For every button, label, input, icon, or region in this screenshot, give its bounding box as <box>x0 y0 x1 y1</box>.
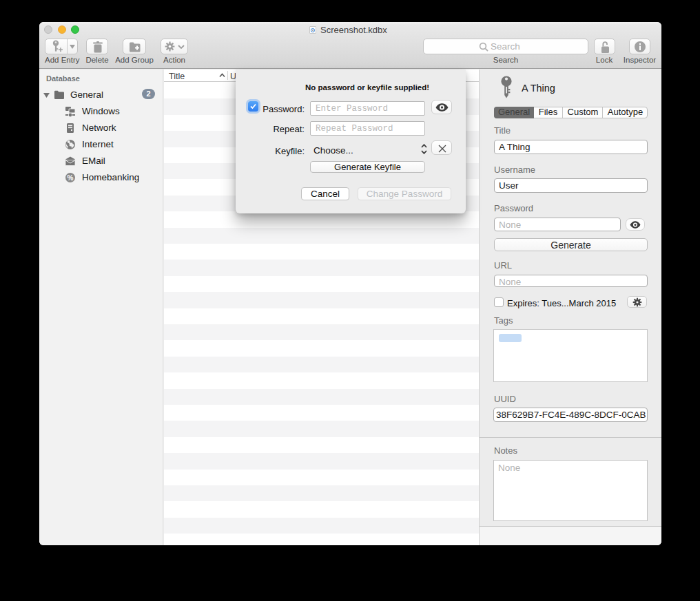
svg-text:%: % <box>68 174 74 182</box>
